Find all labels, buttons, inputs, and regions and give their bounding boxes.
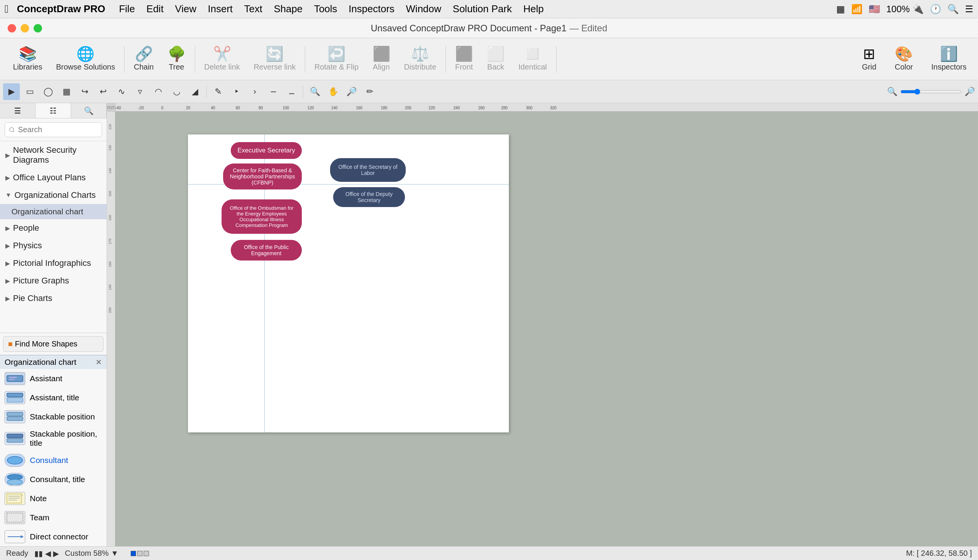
shape-item-assistant-title[interactable]: Assistant, title	[0, 388, 107, 407]
connector-tool-3[interactable]: ⎼	[265, 83, 282, 100]
magnify-tool[interactable]: 🔎	[343, 83, 360, 100]
shape-ombudsman[interactable]: Office of the Ombudsman for the Energy E…	[222, 199, 302, 234]
sidebar-item-picture-graphs[interactable]: ▶ Picture Graphs	[0, 272, 107, 290]
zoom-dropdown-icon[interactable]: ▼	[111, 549, 118, 558]
select-tool[interactable]: ▶	[3, 83, 20, 100]
svg-point-10	[7, 475, 23, 480]
grid-icon: ⊞	[863, 47, 875, 61]
menu-inspectors[interactable]: Inspectors	[347, 2, 397, 16]
shape-item-stackable[interactable]: Stackable position	[0, 407, 107, 426]
front-button[interactable]: ⬛ Front	[448, 44, 480, 74]
delete-link-button[interactable]: ✂️ Delete link	[198, 44, 247, 74]
canvas-page[interactable]: Executive Secretary Center for Faith-Bas…	[188, 135, 509, 432]
browse-solutions-button[interactable]: 🌐 Browse Solutions	[49, 44, 122, 74]
find-more-shapes-button[interactable]: ■ Find More Shapes	[3, 336, 103, 352]
sidebar-item-office-layout[interactable]: ▶ Office Layout Plans	[0, 169, 107, 187]
grid-button[interactable]: ⊞ Grid	[856, 44, 882, 74]
shape-secretary-labor[interactable]: Office of the Secretary of Labor	[330, 158, 406, 182]
shape-deputy-secretary[interactable]: Office of the Deputy Secretary	[333, 187, 405, 207]
shape-label-note: Note	[30, 494, 47, 503]
window-controls-icon: ▦	[836, 4, 845, 15]
shape-tool-3[interactable]: ◢	[187, 83, 203, 100]
close-button[interactable]	[8, 24, 16, 32]
zoom-out-icon[interactable]: 🔍	[887, 87, 897, 97]
sidebar-tab-grid[interactable]: ☷	[35, 103, 71, 118]
connector-tool-1[interactable]: ‣	[228, 83, 245, 100]
shape-item-connector[interactable]: Direct connector	[0, 527, 107, 546]
menu-insert[interactable]: Insert	[205, 2, 235, 16]
rect-tool[interactable]: ▭	[22, 83, 38, 100]
sidebar-item-org-chart[interactable]: Organizational chart	[0, 204, 107, 219]
pan-tool[interactable]: ✋	[325, 83, 342, 100]
menu-view[interactable]: View	[173, 2, 199, 16]
search-input[interactable]	[5, 122, 102, 137]
page-dot-3[interactable]	[144, 551, 149, 556]
next-page-button[interactable]: ▶	[53, 549, 59, 558]
menu-window[interactable]: Window	[404, 2, 443, 16]
shape-tool-2[interactable]: ◡	[168, 83, 185, 100]
pen-tool[interactable]: ✎	[210, 83, 227, 100]
pencil-tool[interactable]: ✏	[362, 83, 378, 100]
zoom-in-icon[interactable]: 🔎	[965, 87, 975, 97]
reverse-link-button[interactable]: 🔄 Reverse link	[247, 44, 303, 74]
shape-tool-1[interactable]: ◠	[150, 83, 167, 100]
rotate-button[interactable]: ↩️ Rotate & Flip	[308, 44, 366, 74]
connector-tool-4[interactable]: ⎽	[283, 83, 300, 100]
sidebar-item-network-security[interactable]: ▶ Network Security Diagrams	[0, 141, 107, 169]
maximize-button[interactable]	[33, 24, 42, 32]
menu-file[interactable]: File	[117, 2, 137, 16]
page-dot-2[interactable]	[137, 551, 143, 556]
shape-item-team[interactable]: Team	[0, 508, 107, 527]
toolbar-sep-2	[195, 46, 195, 73]
shape-item-stackable-title[interactable]: Stackable position, title	[0, 426, 107, 451]
shape-item-consultant[interactable]: Consultant	[0, 451, 107, 470]
sidebar-item-physics[interactable]: ▶ Physics	[0, 237, 107, 254]
identical-button[interactable]: ◻️ Identical	[511, 44, 554, 74]
sidebar-item-pie-charts[interactable]: ▶ Pie Charts	[0, 290, 107, 307]
back-button[interactable]: ⬜ Back	[480, 44, 511, 74]
shape-item-consultant-title[interactable]: Consultant, title	[0, 470, 107, 489]
menu-solution-park[interactable]: Solution Park	[450, 2, 514, 16]
menu-edit[interactable]: Edit	[144, 2, 166, 16]
notification-icon[interactable]: ☰	[965, 4, 973, 15]
sidebar-item-pictorial[interactable]: ▶ Pictorial Infographics	[0, 254, 107, 272]
zoom-out-btn[interactable]: 🔍	[307, 83, 323, 100]
shape-item-note[interactable]: Note	[0, 489, 107, 508]
distribute-button[interactable]: ⚖️ Distribute	[397, 44, 443, 74]
libraries-button[interactable]: 📚 Libraries	[6, 44, 49, 74]
page-dot-1[interactable]	[131, 551, 136, 556]
prev-page-button[interactable]: ◀	[45, 549, 51, 558]
menu-tools[interactable]: Tools	[312, 2, 340, 16]
bezier-tool[interactable]: ∿	[113, 83, 130, 100]
shape-public-engagement[interactable]: Office of the Public Engagement	[231, 240, 302, 260]
menu-help[interactable]: Help	[521, 2, 546, 16]
shape-executive-secretary[interactable]: Executive Secretary	[231, 142, 302, 159]
connector-tool-2[interactable]: ›	[247, 83, 263, 100]
sidebar-tab-list[interactable]: ☰	[0, 103, 35, 118]
table-tool[interactable]: ▦	[58, 83, 75, 100]
ellipse-tool[interactable]: ◯	[40, 83, 57, 100]
inspectors-button[interactable]: ℹ️ Inspectors	[926, 44, 972, 74]
menu-shape[interactable]: Shape	[272, 2, 305, 16]
shape-faith-based[interactable]: Center for Faith-Based & Neighborhood Pa…	[223, 163, 302, 190]
sidebar-item-org-charts[interactable]: ▼ Organizational Charts	[0, 187, 107, 204]
sidebar-tab-search[interactable]: 🔍	[71, 103, 107, 118]
search-menu-icon[interactable]: 🔍	[948, 4, 959, 15]
tree-button[interactable]: 🌳 Tree	[161, 44, 193, 74]
curve-tool[interactable]: ↪	[77, 83, 93, 100]
sidebar-item-people[interactable]: ▶ People	[0, 219, 107, 237]
align-button[interactable]: ⬛ Align	[366, 44, 397, 74]
zoom-slider[interactable]	[900, 88, 961, 95]
pause-button[interactable]: ▮▮	[34, 549, 43, 558]
menu-text[interactable]: Text	[242, 2, 265, 16]
color-button[interactable]: 🎨 Color	[890, 44, 918, 74]
canvas[interactable]: Executive Secretary Center for Faith-Bas…	[115, 112, 978, 546]
shape-item-assistant[interactable]: Assistant	[0, 369, 107, 388]
arc-tool[interactable]: ↩	[95, 83, 112, 100]
shape-panel-title: Organizational chart	[5, 358, 77, 367]
chain-button[interactable]: 🔗 Chain	[127, 44, 160, 74]
playback-controls: ▮▮ ◀ ▶	[34, 549, 59, 558]
shape-panel-close-button[interactable]: ✕	[95, 358, 102, 367]
minimize-button[interactable]	[21, 24, 29, 32]
polyline-tool[interactable]: ▿	[132, 83, 148, 100]
